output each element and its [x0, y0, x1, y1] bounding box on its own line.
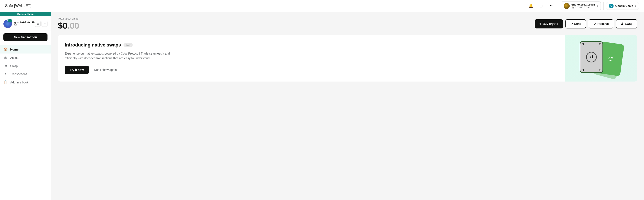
logo-text-safe: Safe	[5, 3, 13, 8]
promo-content: Introducing native swaps New Experience …	[65, 42, 176, 74]
corner-br	[599, 69, 601, 71]
promo-title: Introducing native swaps	[65, 42, 121, 48]
sidebar-avatar: 1/1	[4, 19, 12, 28]
nav-divider-2	[603, 2, 604, 10]
promo-illustration: ↺ ↺ ↺	[565, 35, 637, 82]
main-body: Introducing native swaps New Experience …	[51, 35, 644, 88]
main-content: Total asset value $0.00 + Buy crypto ↗ S…	[51, 12, 644, 200]
card-stack: ↺ ↺ ↺	[580, 41, 622, 75]
copy-address-button[interactable]: ⧉	[35, 21, 41, 27]
corner-tr	[599, 43, 601, 45]
sidebar-item-home-label: Home	[10, 48, 18, 51]
chain-chevron-icon: ▾	[635, 4, 636, 7]
avatar	[564, 3, 570, 9]
card-front: ↺	[580, 41, 603, 73]
sidebar: Gnosis Chain 1/1 gno:0x9Ae9...f990 $0 ⧉ …	[0, 12, 51, 200]
total-value-amount: $0.00	[58, 21, 79, 31]
send-icon: ↗	[570, 22, 573, 26]
account-address: gno:0x1662...5092	[572, 3, 595, 6]
swap-icon: ↻	[4, 64, 8, 68]
sidebar-account-name: gno:0x9Ae9...f990	[14, 21, 32, 24]
swap-label: Swap	[624, 22, 632, 25]
chain-name: Gnosis Chain	[615, 4, 633, 7]
sidebar-item-transactions-label: Transactions	[10, 72, 27, 76]
sidebar-item-home[interactable]: 🏠 Home	[0, 45, 51, 54]
address-book-icon: 📋	[4, 80, 8, 84]
promo-description: Experience our native swaps, powered by …	[65, 51, 176, 61]
receive-button[interactable]: ↙ Receive	[589, 19, 613, 28]
sidebar-item-assets-label: Assets	[10, 56, 19, 59]
new-transaction-button[interactable]: New transaction	[4, 33, 48, 41]
plus-icon: +	[540, 22, 541, 26]
promo-title-row: Introducing native swaps New	[65, 42, 176, 48]
promo-card: Introducing native swaps New Experience …	[58, 35, 637, 82]
action-buttons: + Buy crypto ↗ Send ↙ Receive ↺ Swap	[535, 19, 637, 28]
total-value-whole: $0	[58, 21, 68, 30]
sidebar-item-address-book[interactable]: 📋 Address book	[0, 78, 51, 87]
receive-icon: ↙	[593, 22, 596, 26]
assets-icon: ◎	[4, 56, 8, 60]
card-swap-icon: ↺	[586, 52, 597, 62]
nav-divider	[558, 2, 558, 10]
sidebar-account-balance: $0	[14, 24, 32, 27]
buy-crypto-label: Buy crypto	[543, 22, 558, 25]
transactions-icon: ↕	[4, 72, 8, 76]
try-it-now-button[interactable]: Try it now	[65, 66, 89, 74]
layers-button[interactable]: ⊞	[537, 2, 546, 10]
sidebar-item-transactions[interactable]: ↕ Transactions	[0, 70, 51, 78]
sidebar-item-address-book-label: Address book	[10, 81, 28, 84]
threshold-badge: 1/1	[8, 19, 12, 22]
safe-apps-icon: 〜	[550, 3, 553, 8]
home-icon: 🏠	[4, 47, 8, 51]
total-value-label: Total asset value	[58, 17, 79, 20]
top-navigation: Safe {WALLET} 🔔 ⊞ 〜 gno:0x1662...5092 🐄 …	[0, 0, 644, 12]
chain-selector[interactable]: G Gnosis Chain ▾	[606, 2, 639, 10]
sidebar-account-info: gno:0x9Ae9...f990 $0	[14, 21, 32, 27]
account-balance: 🐄 0.03393 XDAI	[572, 6, 595, 9]
chevron-down-icon: ▾	[597, 4, 598, 7]
corner-bl	[582, 69, 584, 71]
sidebar-account: 1/1 gno:0x9Ae9...f990 $0 ⧉ ↗	[0, 16, 51, 31]
total-value-cents: .00	[68, 21, 80, 30]
receive-label: Receive	[597, 22, 609, 25]
bell-icon: 🔔	[528, 3, 533, 8]
swap-action-button[interactable]: ↺ Swap	[616, 19, 637, 28]
corner-tl	[582, 43, 584, 45]
safe-apps-button[interactable]: 〜	[547, 2, 556, 10]
sidebar-account-actions: ⧉ ↗	[35, 21, 48, 27]
card-icon-2: ↺	[607, 55, 614, 63]
body-layout: Gnosis Chain 1/1 gno:0x9Ae9...f990 $0 ⧉ …	[0, 12, 644, 200]
account-info: gno:0x1662...5092 🐄 0.03393 XDAI	[572, 3, 595, 9]
send-label: Send	[574, 22, 582, 25]
swap-action-icon: ↺	[620, 22, 623, 26]
logo-text-wallet: {WALLET}	[14, 3, 32, 8]
sidebar-nav: 🏠 Home ◎ Assets ↻ Swap ↕ Transactions 📋 …	[0, 44, 51, 200]
open-explorer-button[interactable]: ↗	[42, 21, 48, 27]
account-selector[interactable]: gno:0x1662...5092 🐄 0.03393 XDAI ▾	[561, 1, 601, 10]
main-header: Total asset value $0.00 + Buy crypto ↗ S…	[51, 12, 644, 35]
notifications-button[interactable]: 🔔	[527, 2, 535, 10]
layers-icon: ⊞	[540, 3, 543, 8]
app-logo: Safe {WALLET}	[5, 3, 32, 8]
card-corners: ↺	[580, 42, 602, 72]
chain-icon: G	[609, 3, 614, 8]
promo-actions: Try it now Don't show again	[65, 66, 176, 74]
sidebar-item-swap-label: Swap	[10, 64, 18, 68]
sidebar-item-swap[interactable]: ↻ Swap	[0, 62, 51, 70]
new-badge: New	[124, 43, 133, 47]
send-button[interactable]: ↗ Send	[566, 19, 586, 28]
total-asset-section: Total asset value $0.00	[58, 17, 79, 31]
chain-badge: Gnosis Chain	[0, 12, 51, 16]
sidebar-item-assets[interactable]: ◎ Assets	[0, 54, 51, 62]
dont-show-again-button[interactable]: Don't show again	[94, 68, 117, 72]
buy-crypto-button[interactable]: + Buy crypto	[535, 19, 563, 28]
